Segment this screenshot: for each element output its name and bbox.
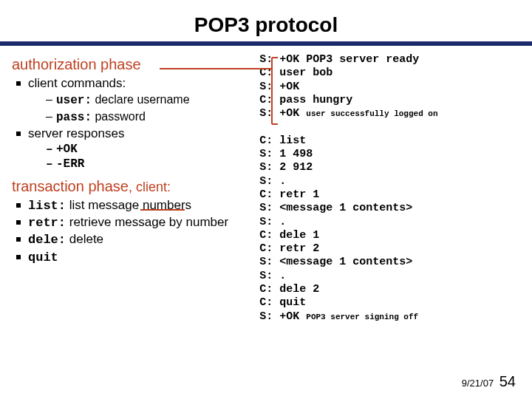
list-item: client commands: user: declare username … — [16, 76, 250, 125]
list-item: +OK — [46, 143, 250, 157]
trans-phase-heading: transaction phase, client: — [12, 175, 250, 197]
text: delete — [66, 232, 103, 246]
trans-heading-b: , client: — [129, 180, 171, 195]
term-line-small: POP3 server signing off — [306, 313, 418, 321]
term-line: C: list — [259, 134, 306, 147]
text: password — [92, 110, 146, 123]
auth-phase-heading: authorization phase — [12, 56, 141, 73]
term-line: C: quit — [259, 296, 306, 309]
auth-list: client commands: user: declare username … — [12, 76, 250, 172]
text: list message numbers — [66, 198, 191, 212]
trans-heading-a: transaction phase — [12, 178, 129, 195]
footer-date: 9/21/07 — [462, 378, 494, 389]
term-line: S: . — [259, 175, 286, 188]
term-line: S: <message 1 contents> — [259, 256, 412, 268]
cmd: dele: — [28, 233, 66, 247]
list-item: quit — [16, 250, 250, 265]
list-item: list: list message numbers — [16, 198, 250, 214]
term-line: C: retr 2 — [259, 242, 319, 255]
term-line: S: <message 1 contents> — [259, 202, 412, 214]
term-line: S: +OK — [259, 310, 306, 323]
term-line-small: user successfully logged on — [306, 109, 437, 118]
text: retrieve message by number — [66, 215, 228, 229]
list-item: pass: password — [46, 109, 250, 125]
trans-list: list: list message numbers retr: retriev… — [12, 198, 250, 266]
list-item: user: declare username — [46, 92, 250, 108]
text: client commands: — [28, 76, 126, 90]
cmd: list: — [28, 199, 66, 213]
term-line: S: 2 912 — [259, 161, 313, 174]
term-line: S: +OK — [259, 107, 306, 120]
footer: 9/21/07 54 — [462, 373, 516, 390]
text: server responses — [28, 126, 124, 140]
list-item: dele: delete — [16, 232, 250, 248]
list-item: server responses +OK -ERR — [16, 126, 250, 172]
term-line: C: dele 1 — [259, 229, 319, 242]
term-line: C: retr 1 — [259, 188, 319, 201]
term-line: C: pass hungry — [259, 94, 352, 106]
cmd: retr: — [28, 216, 66, 230]
text: declare username — [92, 93, 190, 106]
term-line: S: . — [259, 216, 286, 228]
left-column: authorization phase client commands: use… — [12, 53, 255, 324]
cmd: quit — [28, 250, 58, 265]
term-line: S: 1 498 — [259, 148, 313, 160]
term-line: C: user bob — [259, 66, 332, 79]
terminal-block: S: +OK POP3 server ready C: user bob S: … — [259, 53, 520, 324]
term-line: S: +OK POP3 server ready — [259, 53, 419, 66]
list-item: retr: retrieve message by number — [16, 215, 250, 231]
cmd: pass: — [56, 111, 92, 124]
list-item: -ERR — [46, 157, 250, 171]
right-column: S: +OK POP3 server ready C: user bob S: … — [255, 53, 520, 324]
term-line: S: +OK — [259, 81, 299, 93]
term-gap — [259, 120, 266, 133]
slide-title: POP3 protocol — [0, 0, 532, 41]
cmd: user: — [56, 94, 92, 107]
term-line: S: . — [259, 270, 286, 282]
page-number: 54 — [499, 373, 516, 389]
term-line: C: dele 2 — [259, 283, 319, 296]
